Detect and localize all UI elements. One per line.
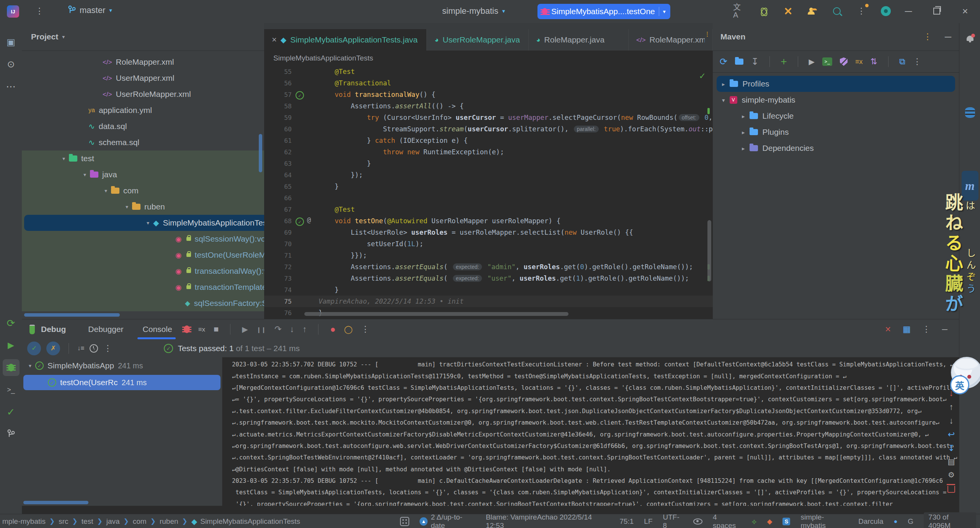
restore-button[interactable] <box>931 5 942 18</box>
chevron-right-icon[interactable]: ▸ <box>742 113 745 119</box>
status-item[interactable] <box>400 517 409 526</box>
project-panel-header[interactable]: Project ▾ <box>22 23 264 51</box>
tab-debugger[interactable]: Debugger <box>88 325 123 334</box>
inspections-ok-icon[interactable]: ✓ <box>699 72 706 80</box>
status-item-lf[interactable]: LF <box>644 517 652 526</box>
tree-item-schema-sql[interactable]: ∿schema.sql <box>22 134 264 150</box>
chevron-right-icon[interactable]: ▸ <box>742 129 745 135</box>
tab-console[interactable]: Console <box>143 325 172 334</box>
maven-refresh-icon[interactable]: ⟳ <box>720 57 727 66</box>
sort-icon[interactable]: ↓≡ <box>77 345 84 351</box>
translate-icon[interactable]: 文A <box>733 5 745 18</box>
chevron-down-icon[interactable]: ▾ <box>83 172 86 177</box>
chevron-down-icon[interactable]: ▾ <box>62 156 65 161</box>
layout-icon[interactable]: ▦ <box>903 325 911 333</box>
close-button[interactable]: × <box>959 5 971 18</box>
maven-terminal-icon[interactable]: >_ <box>822 57 832 66</box>
status-item[interactable] <box>693 518 702 525</box>
history-icon[interactable] <box>90 344 98 353</box>
tree-item-java[interactable]: ▾java <box>22 167 264 183</box>
run-configuration-button[interactable]: SimpleMybatisApp....testOne ▾ <box>537 4 670 19</box>
add-profile-icon[interactable]: + <box>781 56 787 67</box>
editor-tab-rolemapper-xml[interactable]: </>RoleMapper.xml <box>629 29 713 51</box>
step-into-icon[interactable]: ↓ <box>290 325 294 333</box>
status-breadcrumb-src[interactable]: src <box>59 517 68 526</box>
database-icon[interactable] <box>962 104 978 121</box>
close-icon[interactable]: ✕ <box>885 325 891 333</box>
scroll-down-icon[interactable]: ↓ <box>949 417 954 425</box>
close-tab-icon[interactable]: × <box>272 36 277 44</box>
rerun-bug-icon[interactable] <box>184 325 190 333</box>
search-icon[interactable] <box>831 5 843 18</box>
status-breadcrumb-ruben[interactable]: ruben <box>160 517 178 526</box>
view-breakpoints-icon[interactable]: ◯ <box>344 325 353 333</box>
editor-tab-simplemybatisapplicationtests-java[interactable]: ×◆SimpleMybatisApplicationTests.java <box>264 29 427 51</box>
project-vertical-scrollbar[interactable] <box>259 134 262 172</box>
step-out-icon[interactable]: ↑ <box>302 325 307 333</box>
scroll-to-end-icon[interactable]: ↧ <box>948 444 955 453</box>
maven-item-simple-mybatis[interactable]: ▾Ⅴsimple-mybatis <box>713 92 959 108</box>
kebab-icon[interactable]: ⋮ <box>103 344 112 353</box>
notifications-bell-icon[interactable] <box>962 30 978 47</box>
check-icon[interactable]: ✓ <box>3 404 20 420</box>
tree-item-test[interactable]: ▾test <box>22 150 264 167</box>
pause-icon[interactable]: ❙❙ <box>256 327 266 332</box>
download-sources-icon[interactable]: ↧ <box>751 57 759 66</box>
kebab-icon[interactable]: ⋮ <box>923 32 932 42</box>
reload-projects-icon[interactable] <box>735 59 743 65</box>
test-passed-gutter-icon[interactable]: ✓ <box>296 91 304 100</box>
tree-item-data-sql[interactable]: ∿data.sql <box>22 118 264 134</box>
status-item[interactable]: ● <box>894 518 898 525</box>
status-breadcrumb-java[interactable]: java <box>106 517 120 526</box>
users-icon[interactable] <box>807 5 818 18</box>
kebab-icon[interactable]: ⋮ <box>922 325 931 333</box>
run-icon[interactable]: ▶ <box>3 337 20 354</box>
terminal-icon[interactable]: >_ <box>3 381 20 398</box>
record-icon[interactable]: ● <box>330 325 336 334</box>
test-tree-horizontal-scrollbar[interactable] <box>23 501 88 504</box>
show-passed-icon[interactable]: ✓ <box>27 342 41 355</box>
tree-item-simplemybatisapplicationtests[interactable]: ▾◆SimpleMybatisApplicationTests <box>22 215 264 231</box>
split-icon[interactable]: ▤ <box>948 458 955 466</box>
project-tool-icon[interactable]: ▣ <box>3 34 20 51</box>
status-breadcrumb-mple-mybatis[interactable]: mple-mybatis <box>2 517 46 526</box>
mute-renderers-icon[interactable]: ≡x <box>198 326 205 333</box>
tools-icon[interactable] <box>782 5 794 18</box>
show-failed-icon[interactable]: ✗ <box>46 342 60 355</box>
resume-icon[interactable]: ▶ <box>242 325 248 333</box>
soft-wrap-icon[interactable]: ↩ <box>948 430 955 439</box>
status-item-4-spaces[interactable]: 4 spaces <box>713 513 741 528</box>
status-item-darcula[interactable]: Darcula <box>858 517 883 526</box>
clear-icon[interactable] <box>947 484 955 493</box>
chevron-down-icon[interactable]: ▾ <box>722 97 725 103</box>
tree-item-usermapper-xml[interactable]: </>UserMapper.xml <box>22 70 264 86</box>
chevron-right-icon[interactable]: ▸ <box>742 145 745 151</box>
rerun-icon[interactable]: ⟳ <box>3 315 20 332</box>
tree-item-sqlsessionfactory-sqlsessionfactory[interactable]: ◆sqlSessionFactory:SqlSessionFactory <box>22 295 264 311</box>
maven-item-lifecycle[interactable]: ▸Lifecycle <box>713 108 959 124</box>
test-result-method[interactable]: ✓testOne(UserRc241 ms <box>22 374 222 391</box>
console-output[interactable]: 2023-03-05 22:35:57.702 DEBUG 10752 --- … <box>222 357 959 506</box>
skip-tests-icon[interactable]: ≡x <box>855 58 863 65</box>
editor-vertical-scrollbar[interactable] <box>707 220 711 281</box>
scroll-up-icon[interactable]: ↑ <box>949 403 954 411</box>
settings-icon[interactable]: ⚙ <box>948 471 955 479</box>
minimize-button[interactable]: ─ <box>903 5 914 18</box>
tree-item-sqlsessionway-void[interactable]: ◉sqlSessionWay():void <box>22 231 264 247</box>
project-horizontal-scrollbar[interactable] <box>24 313 120 317</box>
tree-item-application-yml[interactable]: yaapplication.yml <box>22 102 264 118</box>
step-over-icon[interactable]: ↷ <box>274 325 281 333</box>
editor-tab-userrolemapper-java[interactable]: ◕UserRoleMapper.java <box>427 29 528 51</box>
maven-item-dependencies[interactable]: ▸Dependencies <box>713 140 959 156</box>
project-widget[interactable]: simple-mybatis ▾ <box>442 6 505 16</box>
test-passed-gutter-icon[interactable]: ✓ <box>296 217 304 226</box>
user-avatar-icon[interactable] <box>880 5 892 18</box>
status-item[interactable]: ⟡ <box>751 518 756 525</box>
status-breadcrumb-com[interactable]: com <box>133 517 147 526</box>
breadcrumb-item[interactable]: SimpleMybatisApplicationTests <box>273 54 373 62</box>
chevron-down-icon[interactable]: ▾ <box>126 204 128 209</box>
maven-item-plugins[interactable]: ▸Plugins <box>713 124 959 140</box>
status-item[interactable]: ◆ <box>767 518 773 525</box>
editor-tab-rolemapper-java[interactable]: ◕RoleMapper.java <box>529 29 629 51</box>
maven-kebab-icon[interactable]: ⋮ <box>913 57 921 66</box>
